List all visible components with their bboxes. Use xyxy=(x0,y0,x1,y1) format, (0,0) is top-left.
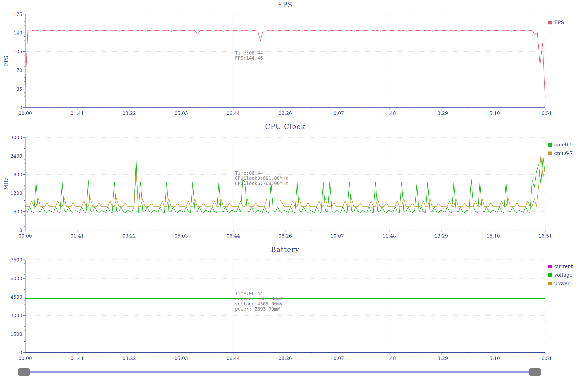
x-tick-label: 15:10 xyxy=(487,233,500,238)
legend-label: voltage xyxy=(554,272,572,278)
tooltip-line: CPUClock0:691.00MHz xyxy=(235,176,288,181)
legend-item-voltage[interactable]: voltage xyxy=(548,273,573,277)
tooltip-line: voltage:4365.00mV xyxy=(235,301,282,306)
x-tick-label: 00:00 xyxy=(18,356,32,361)
legend-label: cpu:0-5 xyxy=(554,142,573,148)
x-tick-label: 00:00 xyxy=(18,233,32,238)
battery-crosshair-tooltip: Time:06:44current:-663.00mAvoltage:4365.… xyxy=(235,291,282,312)
cpu-clock-chart-title: CPU Clock xyxy=(25,123,545,130)
y-tick-label: 0 xyxy=(2,350,22,355)
x-tick-label: 01:41 xyxy=(70,233,84,238)
x-tick-label: 08:26 xyxy=(278,356,292,361)
x-tick-label: 01:41 xyxy=(70,356,84,361)
x-tick-label: 03:22 xyxy=(122,356,136,361)
y-tick-label: 1500 xyxy=(2,331,22,337)
legend-label: power xyxy=(554,281,570,286)
battery-plot[interactable] xyxy=(22,258,549,357)
legend-item-cpu-6-7[interactable]: cpu:6-7 xyxy=(548,151,573,155)
fps-crosshair-tooltip: Time:06:44FPS:144.46 xyxy=(235,50,263,61)
x-tick-label: 16:51 xyxy=(539,233,552,238)
y-tick-label: 3000 xyxy=(2,313,22,318)
x-tick-label: 06:44 xyxy=(226,111,240,116)
fps-chart-title: FPS xyxy=(25,1,545,9)
y-tick-label: 6000 xyxy=(2,276,22,281)
x-tick-label: 08:26 xyxy=(278,233,292,238)
battery-legend: currentvoltagepower xyxy=(548,264,573,290)
x-tick-label: 10:07 xyxy=(330,233,344,238)
x-tick-label: 13:29 xyxy=(434,111,448,116)
legend-swatch-icon xyxy=(548,265,552,268)
tooltip-line: current:-663.00mA xyxy=(235,296,282,301)
x-tick-label: 05:03 xyxy=(175,356,188,361)
x-tick-label: 10:07 xyxy=(330,111,344,116)
legend-swatch-icon xyxy=(548,143,552,147)
y-tick-label: 35 xyxy=(2,86,22,92)
tooltip-line: Time:06:44 xyxy=(235,171,288,176)
x-tick-label: 16:51 xyxy=(539,356,552,361)
y-tick-label: 4500 xyxy=(2,294,22,300)
tooltip-line: CPUClock6:768.00MHz xyxy=(235,181,288,186)
tooltip-line: Time:06:44 xyxy=(235,50,263,55)
x-tick-label: 13:29 xyxy=(434,356,448,361)
y-tick-label: 105 xyxy=(2,49,22,54)
timeline-scrollbar-right-handle[interactable] xyxy=(529,368,541,376)
x-tick-label: 15:10 xyxy=(487,111,500,116)
tooltip-line: power:-2893.99mW xyxy=(235,306,282,312)
legend-swatch-icon xyxy=(548,21,552,24)
cpu-clock-crosshair-tooltip: Time:06:44CPUClock0:691.00MHzCPUClock6:7… xyxy=(235,171,288,186)
legend-swatch-icon xyxy=(548,282,552,285)
fps-plot[interactable] xyxy=(22,12,549,112)
x-tick-label: 06:44 xyxy=(226,233,240,238)
x-tick-label: 03:22 xyxy=(122,233,136,238)
y-tick-label: 70 xyxy=(2,67,22,73)
x-tick-label: 11:48 xyxy=(383,356,396,361)
y-tick-label: 0 xyxy=(2,105,22,110)
x-tick-label: 06:44 xyxy=(226,356,240,361)
tooltip-line: FPS:144.46 xyxy=(235,55,263,61)
y-tick-label: 600 xyxy=(2,209,22,214)
x-tick-label: 00:00 xyxy=(18,111,32,116)
x-tick-label: 15:10 xyxy=(487,356,500,361)
y-tick-label: 175 xyxy=(2,12,22,17)
series-fps-line xyxy=(25,30,545,99)
battery-chart-title: Battery xyxy=(25,246,545,253)
legend-swatch-icon xyxy=(548,152,552,155)
x-tick-label: 10:07 xyxy=(330,356,344,361)
y-tick-label: 1200 xyxy=(2,190,22,196)
x-tick-label: 11:48 xyxy=(383,233,396,238)
x-tick-label: 05:03 xyxy=(175,111,188,116)
legend-item-current[interactable]: current xyxy=(548,264,573,268)
legend-item-fps[interactable]: FPS xyxy=(548,20,564,24)
timeline-scrollbar-left-handle[interactable] xyxy=(18,368,30,376)
legend-item-power[interactable]: power xyxy=(548,282,573,285)
legend-item-cpu-0-5[interactable]: cpu:0-5 xyxy=(548,143,573,147)
cpu-clock-legend: cpu:0-5cpu:6-7 xyxy=(548,143,573,160)
legend-label: current xyxy=(554,263,573,269)
legend-swatch-icon xyxy=(548,273,552,277)
timeline-scrollbar-track[interactable] xyxy=(23,371,541,373)
y-tick-label: 3000 xyxy=(2,135,22,140)
x-tick-label: 05:03 xyxy=(175,233,188,238)
performance-dashboard: FPS CPU Clock Battery FPS035701051401750… xyxy=(0,0,588,379)
legend-label: FPS xyxy=(554,19,564,25)
x-tick-label: 03:22 xyxy=(122,111,136,116)
x-tick-label: 11:48 xyxy=(383,111,396,116)
y-tick-label: 1800 xyxy=(2,172,22,177)
x-tick-label: 01:41 xyxy=(70,111,84,116)
x-tick-label: 08:26 xyxy=(278,111,292,116)
legend-label: cpu:6-7 xyxy=(554,150,573,156)
fps-legend: FPS xyxy=(548,20,564,29)
x-tick-label: 13:29 xyxy=(434,233,448,238)
y-tick-label: 7500 xyxy=(2,257,22,262)
x-tick-label: 16:51 xyxy=(539,111,552,116)
y-tick-label: 0 xyxy=(2,227,22,233)
tooltip-line: Time:06:44 xyxy=(235,291,282,296)
y-tick-label: 140 xyxy=(2,30,22,35)
y-tick-label: 2400 xyxy=(2,153,22,158)
